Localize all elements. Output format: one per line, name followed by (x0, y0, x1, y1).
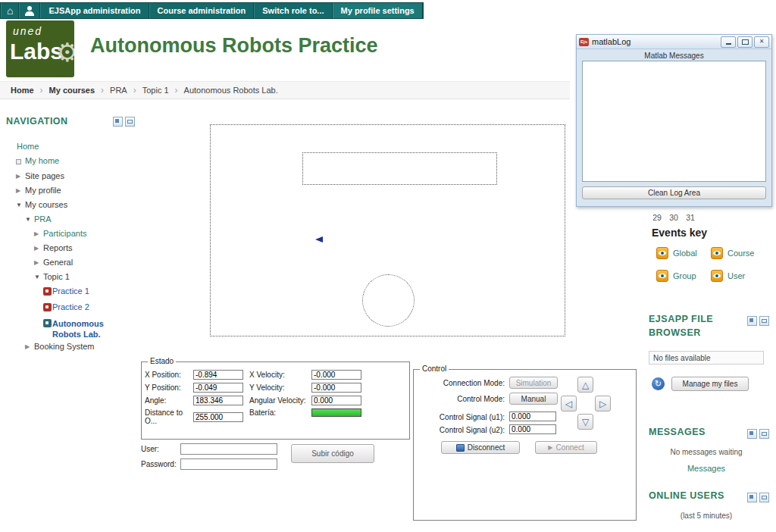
messages-link[interactable]: Messages (649, 464, 764, 473)
u1-field[interactable] (509, 412, 556, 421)
collapse-icon[interactable]: ▼ (16, 198, 25, 212)
eye-icon[interactable] (656, 247, 668, 259)
y-position-field[interactable] (193, 383, 243, 393)
dock-block-icon[interactable] (747, 493, 757, 502)
sidebar-item-autonomous-robots-lab[interactable]: Autonomous Robots Lab. (6, 316, 136, 340)
u2-field[interactable] (509, 424, 556, 434)
file-browser-heading-line1: EJSAPP FILE (649, 314, 713, 324)
sidebar-item-booking-system[interactable]: ▶ Booking System (6, 340, 136, 354)
clean-log-button[interactable]: Clean Log Area (582, 186, 766, 199)
x-velocity-field[interactable] (311, 370, 361, 380)
manage-files-button[interactable]: Manage my files (671, 377, 749, 391)
dock-block-icon[interactable] (747, 316, 757, 326)
connection-mode-button: Simulation (509, 377, 558, 389)
sidebar-item-label: General (43, 255, 73, 270)
menu-profile-settings[interactable]: My profile settings (333, 3, 423, 18)
sidebar-item-reports[interactable]: ▶ Reports (6, 241, 136, 255)
close-window-button[interactable]: ✕ (754, 36, 769, 48)
expand-icon[interactable]: ▶ (34, 255, 43, 270)
matlab-log-window[interactable]: Ejs matlabLog ✕ Matlab Messages Clean Lo… (576, 34, 772, 207)
collapse-icon[interactable]: ▼ (34, 270, 43, 284)
menu-ejsapp-administration[interactable]: EJSApp administration (40, 3, 149, 18)
calendar-day-29[interactable]: 29 (649, 213, 665, 222)
breadcrumb-topic-1[interactable]: Topic 1 (142, 86, 169, 95)
field-label: Angular Velocity: (249, 396, 311, 405)
expand-icon[interactable]: ▶ (16, 183, 25, 198)
sidebar-item-my-courses[interactable]: ▼ My courses (6, 198, 136, 212)
menu-switch-role[interactable]: Switch role to... (254, 3, 332, 18)
events-key-label[interactable]: Global (673, 249, 697, 258)
expand-icon[interactable]: ▶ (16, 169, 25, 183)
angle-field[interactable] (193, 396, 243, 405)
breadcrumb-pra[interactable]: PRA (110, 86, 127, 95)
sidebar-item-site-pages[interactable]: ▶ Site pages (6, 169, 136, 183)
move-left-button[interactable]: ◁ (561, 396, 577, 412)
simulation-canvas[interactable] (210, 124, 565, 336)
expand-icon[interactable]: ▶ (34, 227, 43, 241)
dock-block-icon[interactable] (747, 429, 757, 439)
upload-code-button[interactable]: Subir código (291, 444, 374, 463)
sidebar-item-label: Topic 1 (43, 270, 70, 284)
breadcrumb-home[interactable]: Home (11, 86, 34, 95)
calendar-day-31[interactable]: 31 (682, 213, 699, 222)
sidebar-item-my-home[interactable]: My home (6, 154, 136, 169)
collapse-block-icon[interactable] (759, 493, 769, 502)
collapse-block-icon[interactable] (125, 117, 135, 127)
eye-icon[interactable] (656, 270, 668, 282)
collapse-block-icon[interactable] (759, 429, 769, 439)
sidebar-item-practice-1[interactable]: Practice 1 (6, 284, 136, 300)
y-velocity-field[interactable] (311, 383, 361, 393)
sidebar-item-topic-1[interactable]: ▼ Topic 1 (6, 270, 136, 284)
distance-field[interactable] (193, 412, 243, 422)
calendar-day-30[interactable]: 30 (665, 213, 682, 222)
events-key-label[interactable]: User (728, 271, 745, 280)
matlab-log-area[interactable] (582, 61, 766, 182)
collapse-icon[interactable]: ▼ (25, 212, 34, 227)
events-key-label[interactable]: Group (673, 271, 696, 280)
play-icon: ▶ (548, 444, 552, 451)
move-right-button[interactable]: ▷ (595, 396, 611, 412)
bullet-icon (16, 154, 25, 169)
profile-button[interactable] (19, 3, 40, 18)
eye-icon[interactable] (711, 270, 723, 282)
user-field[interactable] (180, 443, 277, 455)
minimize-button[interactable] (721, 36, 736, 48)
events-key-label[interactable]: Course (728, 249, 754, 258)
collapse-block-icon[interactable] (759, 316, 769, 326)
sidebar-item-label: Booking System (34, 340, 94, 354)
eye-icon[interactable] (711, 247, 723, 259)
sidebar-item-participants[interactable]: ▶ Participants (6, 227, 136, 241)
breadcrumb-my-courses[interactable]: My courses (49, 86, 95, 95)
maximize-button[interactable] (737, 36, 753, 48)
control-mode-button[interactable]: Manual (509, 393, 558, 405)
home-button[interactable]: ⌂ (1, 3, 19, 18)
logo-text-labs: Labs (10, 39, 63, 64)
uned-labs-logo[interactable]: uned Labs ⚙ (6, 20, 74, 77)
sidebar-item-my-profile[interactable]: ▶ My profile (6, 183, 136, 198)
expand-icon[interactable]: ▶ (34, 241, 43, 255)
password-field[interactable] (180, 458, 277, 470)
online-users-heading: ONLINE USERS (649, 490, 724, 501)
right-arrow-icon: ▷ (599, 399, 606, 409)
matlab-window-titlebar[interactable]: Ejs matlabLog ✕ (577, 35, 771, 49)
refresh-files-button[interactable]: ↻ (652, 377, 665, 390)
ejsapp-activity-icon (43, 284, 52, 300)
sidebar-item-home[interactable]: Home (6, 139, 136, 154)
chevron-icon: › (40, 85, 43, 95)
move-down-button[interactable]: ▽ (577, 414, 593, 430)
x-position-field[interactable] (193, 370, 243, 380)
menu-label: EJSApp administration (48, 6, 140, 15)
expand-icon[interactable]: ▶ (25, 340, 34, 354)
angular-velocity-field[interactable] (311, 396, 361, 405)
block-actions (747, 429, 769, 439)
sidebar-item-pra[interactable]: ▼ PRA (6, 212, 136, 227)
menu-course-administration[interactable]: Course administration (149, 3, 255, 18)
disconnect-button[interactable]: Disconnect (441, 441, 520, 454)
field-y-velocity: Y Velocity: (249, 383, 361, 393)
sidebar-item-general[interactable]: ▶ General (6, 255, 136, 270)
calendar-dates-row: 29 30 31 (649, 213, 699, 222)
move-up-button[interactable]: △ (577, 377, 593, 393)
field-y-position: Y Position: (145, 383, 243, 393)
dock-block-icon[interactable] (113, 117, 123, 127)
sidebar-item-practice-2[interactable]: Practice 2 (6, 300, 136, 316)
